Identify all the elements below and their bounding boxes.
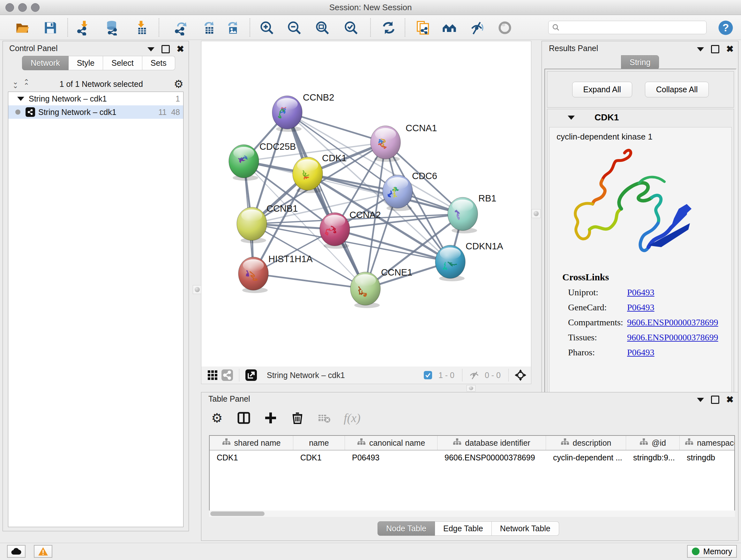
table-row[interactable]: CDK1CDK1P064939606.ENSP00000378699cyclin… <box>210 450 734 464</box>
network-graph[interactable]: CCNB2CCNA1CDC25BCDK1CDC6RB1CCNB1CCNA2CDK… <box>201 41 530 366</box>
network-row[interactable]: String Network – cdk1 11 48 <box>8 105 183 119</box>
float-panel-icon[interactable] <box>161 45 170 53</box>
network-edge[interactable] <box>287 112 386 142</box>
network-node-rb1[interactable]: RB1 <box>448 193 496 233</box>
network-view-title: String Network – cdk1 <box>267 371 421 380</box>
close-panel-icon[interactable]: ✖ <box>177 46 184 52</box>
column-header-database-identifier[interactable]: database identifier <box>437 436 546 450</box>
network-options-gear-icon[interactable]: ⚙ <box>174 78 184 90</box>
collapse-entry-icon[interactable] <box>568 116 575 120</box>
tab-select[interactable]: Select <box>103 56 142 70</box>
table-cell[interactable]: stringdb:9... <box>626 453 680 462</box>
warning-button[interactable] <box>34 545 52 558</box>
network-canvas[interactable]: CCNB2CCNA1CDC25BCDK1CDC6RB1CCNB1CCNA2CDK… <box>201 41 531 367</box>
crosslink-link[interactable]: 9606.ENSP00000378699 <box>627 332 718 343</box>
table-cell[interactable]: P06493 <box>345 453 437 462</box>
panel-menu-icon[interactable] <box>697 398 704 402</box>
tab-edge-table[interactable]: Edge Table <box>435 521 492 536</box>
tab-network[interactable]: Network <box>22 56 69 70</box>
column-header-shared-name[interactable]: shared name <box>210 436 293 450</box>
table-cell[interactable]: CDK1 <box>293 453 345 462</box>
search-input[interactable] <box>560 23 706 32</box>
tab-string[interactable]: String <box>621 55 659 70</box>
export-table-icon[interactable] <box>200 19 217 36</box>
table-options-gear-icon[interactable]: ⚙ <box>210 411 224 425</box>
close-panel-icon[interactable]: ✖ <box>726 396 734 403</box>
import-table-icon[interactable] <box>133 19 149 36</box>
close-panel-icon[interactable]: ✖ <box>726 46 734 52</box>
collapse-all-button[interactable]: Collapse All <box>645 82 709 98</box>
zoom-fit-icon[interactable] <box>314 19 331 36</box>
network-node-ccna1[interactable]: CCNA1 <box>370 123 437 162</box>
tab-style[interactable]: Style <box>69 56 104 70</box>
network-node-ccnb2[interactable]: CCNB2 <box>272 92 334 132</box>
open-in-window-icon[interactable] <box>244 368 259 382</box>
panel-menu-icon[interactable] <box>697 47 704 51</box>
crosslink-link[interactable]: P06493 <box>627 287 655 298</box>
memory-button[interactable]: Memory <box>687 545 737 558</box>
zoom-out-icon[interactable] <box>286 19 302 36</box>
expand-all-icon[interactable]: ⌃⌃ <box>23 80 28 88</box>
cloud-button[interactable] <box>7 545 25 558</box>
delete-table-icon[interactable] <box>317 411 332 425</box>
float-panel-icon[interactable] <box>711 395 719 404</box>
panel-menu-icon[interactable] <box>147 47 154 51</box>
hide-selected-icon[interactable] <box>469 19 486 36</box>
network-node-ccne1[interactable]: CCNE1 <box>350 267 412 308</box>
column-header-canonical-name[interactable]: canonical name <box>345 436 437 450</box>
right-splitter-handle[interactable] <box>532 209 541 218</box>
help-icon[interactable]: ? <box>718 19 734 36</box>
network-edge[interactable] <box>253 273 365 289</box>
crosslink-link[interactable]: P06493 <box>627 348 655 358</box>
table-horizontal-scrollbar[interactable] <box>209 510 735 517</box>
gray-orb-icon[interactable] <box>496 19 513 36</box>
column-header-namespace[interactable]: namespace <box>680 436 735 450</box>
table-cell[interactable]: 9606.ENSP00000378699 <box>437 453 546 462</box>
network-collection-row[interactable]: String Network – cdk1 1 <box>8 92 183 105</box>
export-image-icon[interactable] <box>224 19 241 36</box>
delete-column-icon[interactable] <box>290 411 305 425</box>
node-result-header[interactable]: CDK1 <box>547 109 734 126</box>
float-panel-icon[interactable] <box>711 45 719 53</box>
zoom-selected-icon[interactable] <box>343 19 359 36</box>
collapse-all-icon[interactable]: ⌄⌄ <box>12 80 17 88</box>
birdseye-toggle-icon[interactable] <box>205 368 220 382</box>
network-node-cdkn1a[interactable]: CDKN1A <box>435 241 503 281</box>
tab-node-table[interactable]: Node Table <box>378 521 435 536</box>
zoom-in-icon[interactable] <box>259 19 275 36</box>
save-session-icon[interactable] <box>42 19 59 36</box>
show-all-networks-icon[interactable] <box>441 19 458 36</box>
collection-expand-icon[interactable] <box>17 97 24 101</box>
column-header--id[interactable]: @id <box>626 436 680 450</box>
crosslink-link[interactable]: P06493 <box>627 302 655 313</box>
export-network-icon[interactable] <box>172 19 189 36</box>
selected-checkbox-icon[interactable] <box>421 368 435 382</box>
table-cell[interactable]: stringdb <box>680 453 735 462</box>
crosslink-link[interactable]: 9606.ENSP00000378699 <box>627 317 718 327</box>
node-table[interactable]: shared namenamecanonical namedatabase id… <box>209 435 735 511</box>
scrollbar-handle[interactable] <box>210 511 265 516</box>
tab-network-table[interactable]: Network Table <box>492 521 559 536</box>
network-share-icon[interactable] <box>220 368 234 382</box>
expand-all-button[interactable]: Expand All <box>572 82 632 98</box>
table-cell[interactable]: cyclin-dependent ... <box>546 453 626 462</box>
refresh-icon[interactable] <box>381 19 397 36</box>
bottom-splitter-handle[interactable] <box>467 385 475 391</box>
column-header-description[interactable]: description <box>546 436 626 450</box>
search-field[interactable] <box>548 21 706 34</box>
copy-style-icon[interactable] <box>414 19 431 36</box>
left-splitter-handle[interactable] <box>193 285 202 294</box>
hidden-eye-icon[interactable] <box>467 368 482 382</box>
import-network-database-icon[interactable] <box>104 19 121 36</box>
network-node-cdk1[interactable]: CDK1 <box>293 153 347 193</box>
show-columns-icon[interactable] <box>237 411 251 425</box>
network-node-hist1h1a[interactable]: HIST1H1A <box>239 254 313 293</box>
fit-crosshair-icon[interactable] <box>513 368 528 382</box>
function-builder-icon[interactable]: f(x) <box>344 411 360 425</box>
table-cell[interactable]: CDK1 <box>210 453 293 462</box>
tab-sets[interactable]: Sets <box>142 56 175 70</box>
import-network-file-icon[interactable] <box>75 19 92 36</box>
column-header-name[interactable]: name <box>293 436 345 450</box>
open-session-icon[interactable] <box>14 19 30 36</box>
add-column-icon[interactable] <box>263 411 278 425</box>
